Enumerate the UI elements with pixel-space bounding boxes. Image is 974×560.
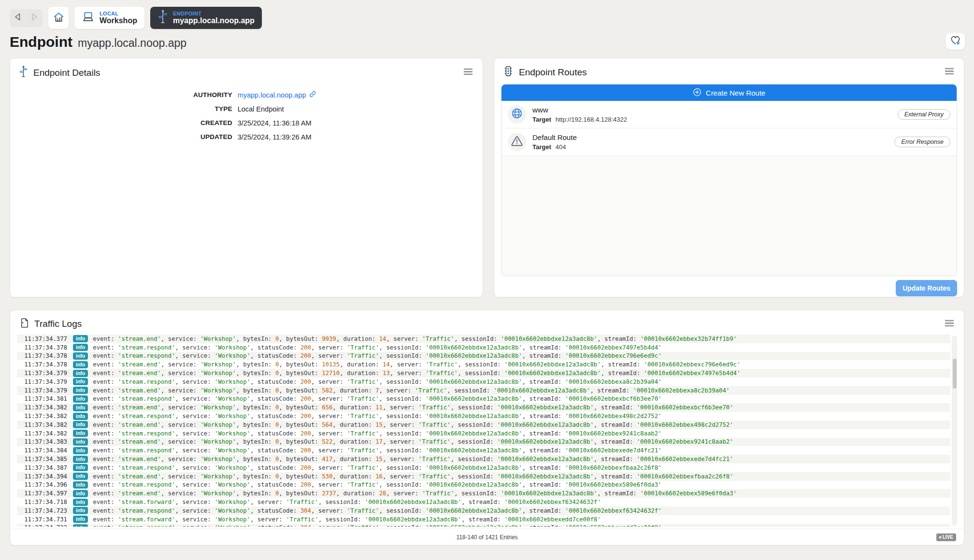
signpost-icon	[19, 65, 28, 80]
tab-endpoint-active[interactable]: ENDPOINT myapp.local.noop.app	[150, 7, 262, 29]
log-level-badge: info	[73, 395, 88, 403]
details-panel-title: Endpoint Details	[33, 68, 457, 78]
log-level-badge: info	[73, 421, 88, 428]
route-row-default[interactable]: Default Route Target404 Error Response	[501, 128, 957, 156]
logs-panel-title: Traffic Logs	[34, 319, 938, 329]
log-message: event: 'stream.respond', service: 'Works…	[93, 378, 661, 385]
log-timestamp: 11:37:34.379	[17, 378, 67, 385]
log-message: event: 'stream.respond', service: 'Works…	[93, 447, 661, 454]
endpoint-details-panel: Endpoint Details AUTHORITY myapp.local.n…	[10, 58, 483, 297]
route-type-badge: External Proxy	[898, 109, 950, 120]
favorite-button[interactable]	[946, 33, 965, 50]
log-timestamp: 11:37:34.382	[17, 404, 67, 411]
log-timestamp: 11:37:34.382	[17, 421, 67, 428]
log-row: 11:37:34.731infoevent: 'stream.forward',…	[17, 515, 950, 524]
log-timestamp: 11:37:34.383	[17, 438, 67, 445]
home-button[interactable]	[48, 7, 69, 29]
log-level-badge: info	[73, 413, 88, 420]
log-level-badge: info	[73, 344, 88, 351]
live-badge[interactable]: LIVE	[936, 533, 956, 541]
detail-value: 3/25/2024, 11:36:18 AM	[238, 118, 483, 128]
forward-button[interactable]	[26, 9, 43, 27]
log-level-badge: info	[73, 507, 88, 514]
history-nav-group	[10, 9, 43, 27]
chevron-left-icon	[14, 13, 21, 23]
log-timestamp: 11:37:34.382	[17, 413, 67, 420]
detail-label: AUTHORITY	[10, 90, 232, 100]
log-timestamp: 11:37:34.377	[17, 336, 67, 342]
log-level-badge: info	[73, 473, 88, 480]
log-timestamp: 11:37:34.396	[17, 481, 67, 488]
route-row-www[interactable]: www Targethttp://192.168.4.128:4322 Exte…	[501, 101, 957, 128]
log-message: event: 'stream.respond', service: 'Works…	[93, 430, 661, 437]
log-timestamp: 11:37:34.378	[17, 344, 67, 351]
log-row: 11:37:34.383infoevent: 'stream.end', ser…	[17, 438, 950, 447]
log-level-badge: info	[73, 335, 88, 342]
log-message: event: 'stream.respond', service: 'Works…	[93, 464, 661, 471]
log-timestamp: 11:37:34.379	[17, 387, 67, 394]
tab-endpoint-kicker: ENDPOINT	[173, 11, 255, 16]
log-row: 11:37:34.396infoevent: 'stream.respond',…	[17, 481, 950, 490]
log-timestamp: 11:37:34.382	[17, 430, 67, 437]
traffic-light-icon	[503, 65, 514, 79]
logs-menu-button[interactable]	[944, 319, 955, 330]
log-level-badge: info	[73, 464, 88, 471]
log-row: 11:37:34.385infoevent: 'stream.end', ser…	[17, 455, 950, 463]
detail-label: UPDATED	[10, 132, 232, 142]
details-menu-button[interactable]	[462, 67, 474, 78]
log-message: event: 'stream.end', service: 'Workshop'…	[93, 336, 737, 342]
log-row: 11:37:34.384infoevent: 'stream.respond',…	[17, 446, 950, 455]
log-row: 11:37:34.394infoevent: 'stream.end', ser…	[17, 472, 950, 481]
log-row: 11:37:34.378infoevent: 'stream.respond',…	[17, 352, 950, 361]
log-row: 11:37:34.387infoevent: 'stream.respond',…	[17, 463, 950, 472]
log-message: event: 'stream.end', service: 'Workshop'…	[93, 404, 733, 411]
log-message: event: 'stream.end', service: 'Workshop'…	[93, 473, 733, 480]
log-row: 11:37:34.723infoevent: 'stream.respond',…	[17, 506, 950, 515]
routes-menu-button[interactable]	[944, 67, 955, 78]
log-message: event: 'stream.respond', service: 'Works…	[93, 413, 661, 420]
log-level-badge: info	[73, 499, 88, 506]
tab-workshop[interactable]: LOCAL Workshop	[74, 7, 144, 29]
route-name: www	[532, 106, 627, 114]
back-button[interactable]	[10, 9, 26, 27]
log-list: 11:37:34.377infoevent: 'stream.end', ser…	[17, 335, 950, 527]
authority-link[interactable]: myapp.local.noop.app	[238, 90, 483, 100]
log-document-icon	[19, 317, 29, 331]
log-message: event: 'stream.end', service: 'Workshop'…	[93, 370, 740, 377]
log-level-badge: info	[73, 430, 88, 437]
laptop-icon	[82, 11, 95, 25]
route-name: Default Route	[532, 133, 577, 142]
log-row: 11:37:34.382infoevent: 'stream.respond',…	[17, 429, 950, 438]
log-row: 11:37:34.382infoevent: 'stream.end', ser…	[17, 403, 950, 412]
log-message: event: 'stream.end', service: 'Workshop'…	[93, 387, 730, 394]
log-row: 11:37:34.378infoevent: 'stream.respond',…	[17, 343, 950, 352]
log-level-badge: info	[73, 378, 88, 385]
signpost-icon	[158, 9, 168, 27]
log-message: event: 'stream.end', service: 'Workshop'…	[93, 438, 733, 445]
log-level-badge: info	[73, 387, 88, 394]
live-dot-icon	[939, 536, 941, 538]
details-key-value-list: AUTHORITY myapp.local.noop.app TYPE Loca…	[10, 90, 483, 142]
log-row: 11:37:34.379infoevent: 'stream.end', ser…	[17, 369, 950, 378]
route-target-value: 404	[556, 143, 566, 151]
plus-circle-icon	[693, 88, 702, 98]
log-level-badge: info	[73, 370, 88, 377]
route-target-value: http://192.168.4.128:4322	[556, 116, 627, 123]
log-scrollbar[interactable]	[952, 336, 957, 526]
page-title: Endpoint	[10, 34, 72, 50]
routes-list: Create New Route www	[501, 84, 957, 276]
log-timestamp: 11:37:34.718	[17, 499, 67, 505]
log-row: 11:37:34.378infoevent: 'stream.end', ser…	[17, 360, 950, 369]
log-viewport: 11:37:34.377infoevent: 'stream.end', ser…	[17, 335, 957, 527]
log-message: event: 'stream.respond', service: 'Works…	[93, 481, 661, 488]
log-message: event: 'stream.end', service: 'Workshop'…	[93, 361, 740, 368]
update-routes-button[interactable]: Update Routes	[896, 280, 957, 296]
create-new-route-button[interactable]: Create New Route	[501, 84, 957, 101]
log-row: 11:37:34.381infoevent: 'stream.respond',…	[17, 395, 950, 404]
log-message: event: 'stream.respond', service: 'Works…	[93, 507, 661, 514]
log-scrollbar-thumb[interactable]	[953, 359, 957, 389]
routes-panel-title: Endpoint Routes	[519, 67, 938, 78]
home-icon	[53, 11, 65, 25]
log-level-badge: info	[73, 438, 88, 446]
detail-label: TYPE	[10, 104, 232, 114]
